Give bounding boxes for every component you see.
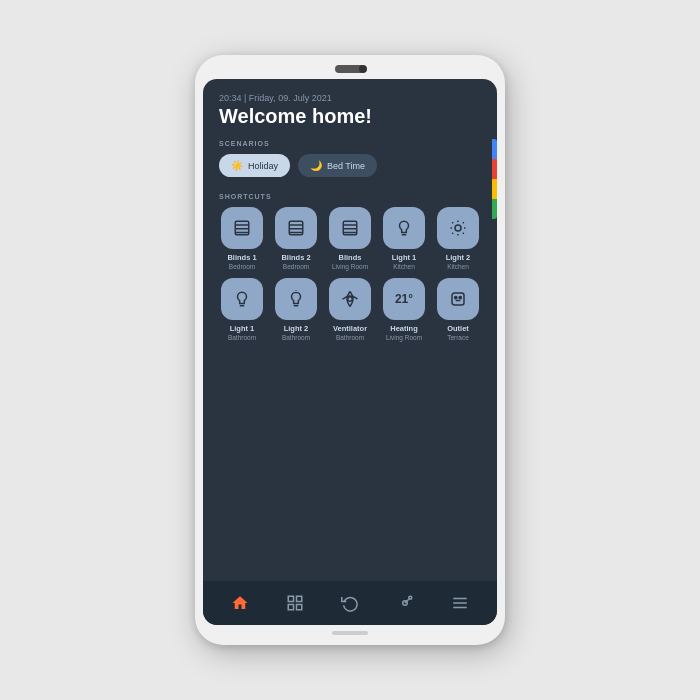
shortcut-light2k[interactable]: Light 2 Kitchen — [435, 207, 481, 270]
holiday-icon: ☀️ — [231, 160, 243, 171]
svg-point-14 — [348, 297, 353, 302]
light2k-room: Kitchen — [447, 263, 469, 270]
light1k-icon-box — [383, 207, 425, 249]
heat-icon-box: 21° — [383, 278, 425, 320]
blinds1-name: Blinds 1 — [227, 253, 256, 262]
shortcuts-grid-row1: Blinds 1 Bedroom Blinds 2 Bedroom Blinds… — [219, 207, 481, 270]
svg-rect-20 — [288, 605, 293, 610]
bedtime-label: Bed Time — [327, 161, 365, 171]
scenario-holiday[interactable]: ☀️ Holiday — [219, 154, 290, 177]
datetime-display: 20:34 | Friday, 09. July 2021 — [219, 93, 481, 103]
heat-name: Heating — [390, 324, 418, 333]
light2k-icon-box — [437, 207, 479, 249]
light1k-name: Light 1 — [392, 253, 417, 262]
svg-point-17 — [459, 296, 461, 298]
blinds1-icon-box — [221, 207, 263, 249]
outlet-room: Terrace — [447, 334, 469, 341]
blinds1-room: Bedroom — [229, 263, 255, 270]
vent-name: Ventilator — [333, 324, 367, 333]
svg-point-12 — [455, 225, 461, 231]
heat-room: Living Room — [386, 334, 422, 341]
scenarios-row: ☀️ Holiday 🌙 Bed Time — [219, 154, 481, 177]
svg-point-23 — [409, 596, 412, 599]
holiday-label: Holiday — [248, 161, 278, 171]
welcome-message: Welcome home! — [219, 105, 481, 128]
blinds2-name: Blinds 2 — [281, 253, 310, 262]
color-strip — [492, 139, 497, 219]
camera — [335, 65, 365, 73]
svg-rect-15 — [452, 293, 464, 305]
vent-icon-box — [329, 278, 371, 320]
shortcut-light1k[interactable]: Light 1 Kitchen — [381, 207, 427, 270]
shortcut-blinds3[interactable]: Blinds Living Room — [327, 207, 373, 270]
blinds3-icon-box — [329, 207, 371, 249]
shortcut-ventilator[interactable]: Ventilator Bathroom — [327, 278, 373, 341]
scenarios-label: SCENARIOS — [219, 140, 481, 147]
shortcuts-grid-row2: Light 1 Bathroom Light 2 Bathroom Ventil… — [219, 278, 481, 341]
nav-home[interactable] — [224, 587, 256, 619]
nav-refresh[interactable] — [334, 587, 366, 619]
shortcut-heating[interactable]: 21° Heating Living Room — [381, 278, 427, 341]
blinds2-icon-box — [275, 207, 317, 249]
shortcut-light2b[interactable]: Light 2 Bathroom — [273, 278, 319, 341]
shortcut-blinds1[interactable]: Blinds 1 Bedroom — [219, 207, 265, 270]
light2b-name: Light 2 — [284, 324, 309, 333]
light1b-icon-box — [221, 278, 263, 320]
outlet-name: Outlet — [447, 324, 469, 333]
tablet-device: 20:34 | Friday, 09. July 2021 Welcome ho… — [195, 55, 505, 645]
svg-point-16 — [455, 296, 457, 298]
light1k-room: Kitchen — [393, 263, 415, 270]
blinds3-room: Living Room — [332, 263, 368, 270]
blinds2-room: Bedroom — [283, 263, 309, 270]
light2b-icon-box — [275, 278, 317, 320]
nav-grid[interactable] — [279, 587, 311, 619]
light1b-name: Light 1 — [230, 324, 255, 333]
bottom-nav — [203, 581, 497, 625]
blinds3-name: Blinds — [339, 253, 362, 262]
bedtime-icon: 🌙 — [310, 160, 322, 171]
nav-menu[interactable] — [444, 587, 476, 619]
shortcut-blinds2[interactable]: Blinds 2 Bedroom — [273, 207, 319, 270]
screen: 20:34 | Friday, 09. July 2021 Welcome ho… — [203, 79, 497, 625]
vent-room: Bathroom — [336, 334, 364, 341]
outlet-icon-box — [437, 278, 479, 320]
screen-content: 20:34 | Friday, 09. July 2021 Welcome ho… — [203, 79, 497, 581]
home-button[interactable] — [332, 631, 368, 635]
shortcut-light1b[interactable]: Light 1 Bathroom — [219, 278, 265, 341]
svg-rect-18 — [288, 596, 293, 601]
scenario-bedtime[interactable]: 🌙 Bed Time — [298, 154, 377, 177]
light2b-room: Bathroom — [282, 334, 310, 341]
light2k-name: Light 2 — [446, 253, 471, 262]
nav-edit[interactable] — [389, 587, 421, 619]
light1b-room: Bathroom — [228, 334, 256, 341]
shortcut-outlet[interactable]: Outlet Terrace — [435, 278, 481, 341]
shortcuts-label: SHORTCUTS — [219, 193, 481, 200]
svg-rect-19 — [297, 596, 302, 601]
svg-rect-21 — [297, 605, 302, 610]
